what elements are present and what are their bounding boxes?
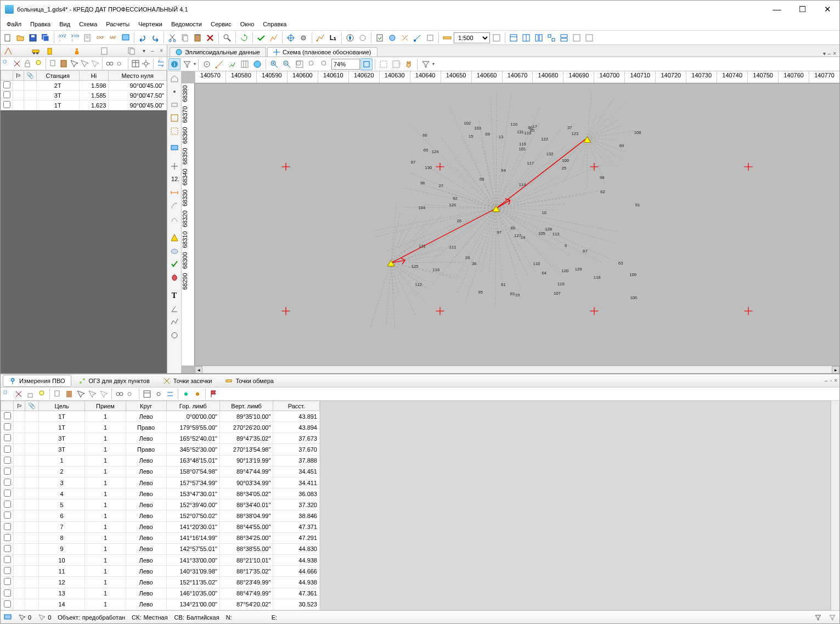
- gas-icon[interactable]: [44, 45, 55, 57]
- pages-icon[interactable]: [126, 45, 137, 57]
- angle-icon[interactable]: [168, 303, 181, 315]
- menu-help[interactable]: Справка: [259, 20, 290, 29]
- plot-area[interactable]: 8919293949597981001011021161198925262728…: [195, 83, 839, 366]
- tool5-icon[interactable]: [424, 32, 436, 44]
- compass-icon[interactable]: [344, 32, 356, 44]
- select-rect-icon[interactable]: [390, 58, 402, 70]
- open-file-icon[interactable]: [14, 32, 26, 44]
- tabs-close-icon[interactable]: ×: [833, 50, 836, 57]
- menu-reports[interactable]: Ведомости: [167, 20, 206, 29]
- table-row[interactable]: 3Т1.58590°00'47.50": [1, 91, 167, 100]
- menu-service[interactable]: Сервис: [207, 20, 235, 29]
- vehicle-icon[interactable]: [30, 45, 41, 57]
- reverse-icon[interactable]: [156, 58, 166, 69]
- table-row[interactable]: 71Лево141°20'30.01"88°44'55.00"47.371: [1, 521, 320, 532]
- table-row[interactable]: 1Т1.62390°00'45.00": [1, 100, 167, 110]
- scroll-left-icon[interactable]: ◂: [195, 366, 202, 374]
- table-row[interactable]: 11Лево163°48'15.01"90°13'19.99"37.888: [1, 455, 320, 466]
- find-icon[interactable]: [221, 32, 233, 44]
- tab-obmer[interactable]: Точки обмера: [219, 375, 280, 387]
- btm-sel2-icon[interactable]: [87, 389, 98, 400]
- circle-tool-icon[interactable]: [168, 329, 181, 341]
- zoom-input[interactable]: [331, 59, 360, 70]
- table-row[interactable]: 41Лево153°47'30.01"88°34'05.02"36.083: [1, 488, 320, 499]
- sheet-icon[interactable]: [374, 32, 386, 44]
- win6-icon[interactable]: [571, 32, 583, 44]
- rect-tool-icon[interactable]: [168, 99, 181, 111]
- status-filter-icon[interactable]: [814, 614, 822, 621]
- hand-icon[interactable]: [403, 58, 415, 70]
- bug-icon[interactable]: [168, 271, 181, 283]
- win5-icon[interactable]: [558, 32, 570, 44]
- table-row[interactable]: 131Лево146°10'35.00"88°47'49.99"47.361: [1, 588, 320, 599]
- btm-copy-icon[interactable]: [52, 389, 63, 400]
- scroll-right-icon[interactable]: ▸: [832, 366, 839, 374]
- canvas[interactable]: 1405701405801405901406001406101406201406…: [182, 71, 839, 373]
- table-row[interactable]: 61Лево152°07'50.02"88°38'04.99"38.846: [1, 510, 320, 521]
- dim-icon[interactable]: [168, 187, 181, 199]
- btm-table-icon[interactable]: [142, 389, 153, 400]
- panel-minimize-icon[interactable]: –: [149, 48, 156, 54]
- copy-icon[interactable]: [179, 32, 191, 44]
- lock-icon[interactable]: [22, 58, 32, 69]
- maximize-button[interactable]: ☐: [794, 2, 810, 17]
- filter-icon[interactable]: [181, 58, 193, 70]
- level-icon[interactable]: [168, 160, 181, 172]
- compass-settings-icon[interactable]: [357, 32, 369, 44]
- scale-select[interactable]: 1:500: [454, 32, 490, 43]
- target-icon[interactable]: [201, 58, 213, 70]
- binoc-next-icon[interactable]: [116, 58, 126, 69]
- preprocess-icon[interactable]: [255, 32, 267, 44]
- table-row[interactable]: 3Т1Лево165°52'40.01"89°47'35.02"37.673: [1, 433, 320, 444]
- zoom-in-icon[interactable]: [268, 58, 280, 70]
- menu-drawings[interactable]: Чертежи: [134, 20, 166, 29]
- cut-icon[interactable]: [166, 32, 178, 44]
- menu-edit[interactable]: Правка: [26, 20, 54, 29]
- win2-icon[interactable]: [520, 32, 532, 44]
- btm-delete-icon[interactable]: [13, 389, 24, 400]
- h-scrollbar[interactable]: ◂ ▸: [195, 366, 839, 373]
- tab-ellipsoidal[interactable]: Эллипсоидальные данные: [170, 47, 266, 57]
- delete-row-icon[interactable]: [12, 58, 22, 69]
- btm-select-icon[interactable]: [2, 389, 13, 400]
- tool4-icon[interactable]: [411, 32, 424, 44]
- info-icon[interactable]: i: [168, 58, 181, 70]
- btm-flag-icon[interactable]: [208, 389, 219, 400]
- btm-close-icon[interactable]: ×: [834, 378, 837, 384]
- table-icon[interactable]: [131, 58, 140, 69]
- table-row[interactable]: 31Лево157°57'34.99"90°03'34.99"34.411: [1, 477, 320, 488]
- adjust-icon[interactable]: [285, 32, 297, 44]
- status-screen-icon[interactable]: [4, 614, 12, 621]
- redo-icon[interactable]: [149, 32, 161, 44]
- settings-icon[interactable]: [141, 58, 151, 69]
- tab-zasechka[interactable]: Точки засечки: [157, 375, 218, 387]
- traverse-icon[interactable]: [314, 32, 326, 44]
- stations-table[interactable]: 🏳 📎 Станция Hi Место нуля 2Т1.59890°00'4…: [1, 70, 167, 110]
- panel-close-icon[interactable]: ×: [158, 48, 165, 54]
- measurements-table[interactable]: 🏳 📎 Цель Прием Круг Гор. лимб Верт. лимб…: [1, 401, 320, 610]
- table-row[interactable]: 21Лево158°07'54.98"89°47'44.99"34.451: [1, 466, 320, 477]
- cloud-icon[interactable]: [168, 245, 181, 257]
- import-mif-icon[interactable]: MIF: [107, 32, 119, 44]
- paste2-icon[interactable]: [59, 58, 69, 69]
- check-tool-icon[interactable]: [168, 258, 181, 270]
- table-row[interactable]: 101Лево141°33'00.00"88°21'10.01"44.938: [1, 555, 320, 566]
- btm-bulb-icon[interactable]: [36, 389, 47, 400]
- binoc-icon[interactable]: [105, 58, 115, 69]
- level2-icon[interactable]: 12.3: [168, 173, 181, 185]
- table-row[interactable]: 141Лево134°21'00.00"87°54'20.02"30.523: [1, 599, 320, 610]
- btm-sel1-icon[interactable]: [75, 389, 86, 400]
- tabs-dropdown-icon[interactable]: ▾: [823, 50, 826, 57]
- btm-lock-icon[interactable]: [25, 389, 36, 400]
- measure-icon[interactable]: [213, 58, 225, 70]
- tab-pvo[interactable]: Измерения ПВО: [3, 375, 71, 387]
- table-row[interactable]: 91Лево142°57'55.01"88°38'55.00"44.830: [1, 543, 320, 554]
- sel2-icon[interactable]: [80, 58, 89, 69]
- status-filter2-icon[interactable]: [828, 614, 836, 621]
- select-tool-icon[interactable]: [2, 58, 12, 69]
- save-icon[interactable]: [27, 32, 39, 44]
- import-txt-icon[interactable]: [82, 32, 94, 44]
- zoom-sel-icon[interactable]: [306, 58, 318, 70]
- frame-icon[interactable]: [377, 58, 390, 70]
- win7-icon[interactable]: [583, 32, 595, 44]
